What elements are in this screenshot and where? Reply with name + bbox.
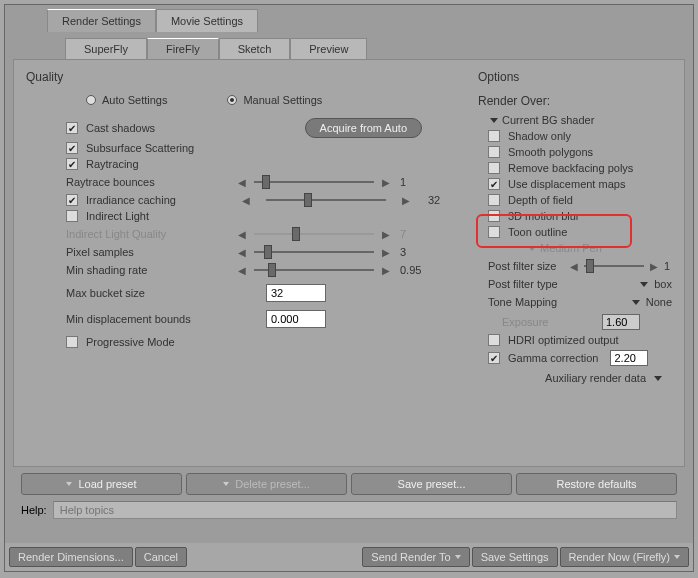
send-render-to-button[interactable]: Send Render To — [362, 547, 469, 567]
slider-raytrace-bounces[interactable]: Raytrace bounces ◀ ▶ 1 — [66, 176, 458, 188]
aux-label: Auxiliary render data — [545, 372, 646, 384]
check-remove-backfacing[interactable]: Remove backfacing polys — [488, 162, 672, 174]
post-filter-size-value: 1 — [664, 260, 670, 272]
render-now-button[interactable]: Render Now (Firefly) — [560, 547, 689, 567]
arrow-right-icon[interactable]: ▶ — [380, 247, 392, 258]
check-raytracing[interactable]: Raytracing — [66, 158, 458, 170]
delete-preset-label: Delete preset... — [235, 478, 310, 490]
indirect-quality-value: 7 — [400, 228, 430, 240]
arrow-left-icon[interactable]: ◀ — [568, 261, 580, 272]
gamma-input[interactable] — [610, 350, 648, 366]
arrow-right-icon[interactable]: ▶ — [380, 265, 392, 276]
check-motion-blur[interactable]: 3D motion blur — [488, 210, 672, 222]
min-disp-label: Min displacement bounds — [66, 313, 266, 325]
acquire-from-auto-button[interactable]: Acquire from Auto — [305, 118, 422, 138]
arrow-right-icon[interactable]: ▶ — [648, 261, 660, 272]
pixel-samples-label: Pixel samples — [66, 246, 236, 258]
slider-min-shading[interactable]: Min shading rate ◀▶ 0.95 — [66, 264, 458, 276]
exposure-input — [602, 314, 640, 330]
tab-superfly[interactable]: SuperFly — [65, 38, 147, 59]
chevron-down-icon — [632, 300, 640, 305]
radio-manual-settings[interactable]: Manual Settings — [227, 94, 322, 106]
post-filter-type-value: box — [654, 278, 672, 290]
render-over-value: Current BG shader — [502, 114, 594, 126]
exposure-label: Exposure — [502, 316, 602, 328]
min-disp-input[interactable] — [266, 310, 326, 328]
preset-bar: Load preset Delete preset... Save preset… — [21, 473, 677, 495]
arrow-right-icon[interactable]: ▶ — [400, 195, 412, 206]
subsurface-label: Subsurface Scattering — [86, 142, 194, 154]
dropdown-toon-pen: Medium Pen — [528, 242, 672, 254]
check-toon-outline[interactable]: Toon outline — [488, 226, 672, 238]
arrow-left-icon[interactable]: ◀ — [236, 177, 248, 188]
radio-auto-settings[interactable]: Auto Settings — [86, 94, 167, 106]
slider-post-filter-size[interactable]: Post filter size ◀▶ 1 — [488, 260, 672, 272]
load-preset-button[interactable]: Load preset — [21, 473, 182, 495]
max-bucket-label: Max bucket size — [66, 287, 266, 299]
tab-firefly[interactable]: FireFly — [147, 38, 219, 59]
check-smooth-polygons[interactable]: Smooth polygons — [488, 146, 672, 158]
irradiance-value: 32 — [428, 194, 458, 206]
indirect-light-label: Indirect Light — [86, 210, 149, 222]
cancel-button[interactable]: Cancel — [135, 547, 187, 567]
tab-movie-settings[interactable]: Movie Settings — [156, 9, 258, 32]
options-title: Options — [478, 70, 672, 84]
dof-label: Depth of field — [508, 194, 573, 206]
post-filter-size-label: Post filter size — [488, 260, 568, 272]
check-displacement-maps[interactable]: Use displacement maps — [488, 178, 672, 190]
gamma-label: Gamma correction — [508, 352, 598, 364]
check-gamma[interactable]: Gamma correction — [488, 350, 672, 366]
row-min-disp: Min displacement bounds — [66, 310, 458, 328]
dropdown-aux-render[interactable]: Auxiliary render data — [488, 372, 662, 384]
displacement-label: Use displacement maps — [508, 178, 625, 190]
remove-backfacing-label: Remove backfacing polys — [508, 162, 633, 174]
main-tabs: Render Settings Movie Settings — [5, 5, 693, 32]
check-indirect-light[interactable]: Indirect Light — [66, 210, 458, 222]
arrow-left-icon[interactable]: ◀ — [236, 265, 248, 276]
sub-tabs: SuperFly FireFly Sketch Preview — [5, 34, 693, 59]
chevron-down-icon — [640, 282, 648, 287]
chevron-down-icon — [674, 555, 680, 559]
quality-title: Quality — [26, 70, 458, 84]
chevron-down-icon — [455, 555, 461, 559]
tab-preview[interactable]: Preview — [290, 38, 367, 59]
min-shading-label: Min shading rate — [66, 264, 236, 276]
render-now-label: Render Now (Firefly) — [569, 551, 670, 563]
help-input[interactable] — [53, 501, 677, 519]
smooth-poly-label: Smooth polygons — [508, 146, 593, 158]
chevron-down-icon — [654, 376, 662, 381]
render-dimensions-button[interactable]: Render Dimensions... — [9, 547, 133, 567]
raytracing-label: Raytracing — [86, 158, 139, 170]
check-subsurface[interactable]: Subsurface Scattering — [66, 142, 458, 154]
post-filter-type-label: Post filter type — [488, 278, 588, 290]
save-settings-button[interactable]: Save Settings — [472, 547, 558, 567]
dropdown-tone-mapping[interactable]: Tone Mapping None — [488, 296, 672, 308]
slider-indirect-quality: Indirect Light Quality ◀▶ 7 — [66, 228, 458, 240]
irradiance-label: Irradiance caching — [86, 194, 232, 206]
dropdown-render-over[interactable]: Current BG shader — [490, 114, 672, 126]
arrow-right-icon[interactable]: ▶ — [380, 177, 392, 188]
chevron-down-icon — [223, 482, 229, 486]
hdri-label: HDRI optimized output — [508, 334, 619, 346]
radio-manual-label: Manual Settings — [243, 94, 322, 106]
pixel-samples-value: 3 — [400, 246, 430, 258]
save-preset-button[interactable]: Save preset... — [351, 473, 512, 495]
max-bucket-input[interactable] — [266, 284, 326, 302]
check-cast-shadows[interactable]: Cast shadows — [66, 122, 155, 134]
arrow-left-icon[interactable]: ◀ — [236, 247, 248, 258]
check-hdri[interactable]: HDRI optimized output — [488, 334, 672, 346]
raytrace-bounces-label: Raytrace bounces — [66, 176, 236, 188]
slider-pixel-samples[interactable]: Pixel samples ◀▶ 3 — [66, 246, 458, 258]
tab-sketch[interactable]: Sketch — [219, 38, 291, 59]
restore-defaults-button[interactable]: Restore defaults — [516, 473, 677, 495]
arrow-left-icon[interactable]: ◀ — [240, 195, 252, 206]
delete-preset-button: Delete preset... — [186, 473, 347, 495]
send-render-label: Send Render To — [371, 551, 450, 563]
tab-render-settings[interactable]: Render Settings — [47, 9, 156, 32]
check-depth-of-field[interactable]: Depth of field — [488, 194, 672, 206]
render-over-label: Render Over: — [478, 94, 672, 108]
check-progressive[interactable]: Progressive Mode — [66, 336, 458, 348]
check-irradiance[interactable]: Irradiance caching ◀ ▶ 32 — [66, 194, 458, 206]
dropdown-post-filter-type[interactable]: Post filter type box — [488, 278, 672, 290]
check-shadow-only[interactable]: Shadow only — [488, 130, 672, 142]
